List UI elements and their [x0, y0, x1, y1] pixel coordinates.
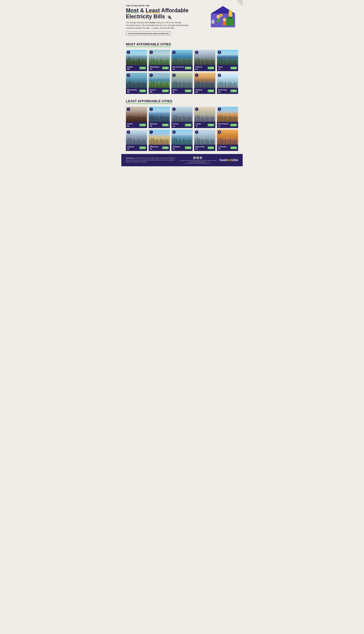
svg-rect-44 — [176, 59, 177, 65]
svg-rect-73 — [234, 59, 235, 65]
city-card-bottom: Fresno,CA 4.62% — [172, 122, 192, 128]
svg-rect-211 — [179, 139, 181, 145]
svg-rect-129 — [235, 83, 237, 88]
svg-rect-219 — [197, 138, 198, 145]
city-rank-badge: 2 — [150, 108, 153, 111]
svg-rect-229 — [218, 140, 219, 145]
svg-rect-72 — [232, 60, 233, 65]
svg-rect-39 — [164, 60, 165, 65]
footer-license: cc BY SA This image is licensed under th… — [179, 156, 216, 164]
city-rank-badge: 8 — [172, 130, 176, 134]
svg-rect-119 — [218, 82, 219, 88]
svg-rect-175 — [220, 115, 220, 122]
city-image: 8 — [172, 130, 192, 145]
cc-badge: cc BY SA — [193, 156, 202, 159]
svg-rect-18 — [127, 59, 128, 65]
svg-rect-164 — [197, 115, 198, 122]
svg-rect-174 — [218, 116, 219, 122]
svg-rect-187 — [130, 139, 132, 145]
svg-rect-47 — [181, 61, 182, 65]
city-card: 9 Portland,OR 1.66% — [194, 73, 215, 94]
city-card-bottom: Boston,MA 1.52% — [149, 88, 170, 94]
city-rank-badge: 3 — [172, 51, 176, 54]
svg-rect-116 — [209, 83, 210, 88]
svg-rect-71 — [230, 60, 232, 65]
city-image: 6 — [126, 130, 147, 145]
city-percentage: 3.70% — [185, 146, 192, 149]
most-affordable-grid: 1 Seattle,WA 1.24% 2 Washington,DC 1.27%… — [126, 50, 238, 94]
svg-rect-30 — [145, 60, 146, 65]
city-rank-badge: 5 — [218, 51, 221, 54]
svg-rect-151 — [167, 117, 168, 122]
svg-rect-122 — [223, 83, 224, 88]
svg-rect-60 — [207, 60, 209, 65]
svg-rect-97 — [172, 82, 174, 88]
svg-rect-232 — [223, 140, 224, 145]
svg-rect-165 — [198, 116, 200, 122]
city-name: Detroit,MI — [127, 123, 133, 127]
main-title: Most & Least Affordable Electricity Bill… — [126, 8, 205, 20]
svg-rect-80 — [136, 84, 137, 88]
svg-rect-35 — [156, 59, 158, 65]
city-card: 1 Detroit,MI 5.74% — [126, 107, 147, 128]
svg-rect-169 — [206, 116, 206, 122]
footer-section: Methodology: We analyzed U.S. Census dat… — [121, 154, 243, 166]
svg-rect-127 — [232, 83, 233, 88]
city-name: Laredo,TX — [195, 123, 202, 127]
city-card-bottom: Laredo,TX 4.26% — [194, 122, 215, 128]
city-card: 9 Bakersfield,CA 3.69% — [194, 130, 215, 151]
city-name: Milwaukee,WI — [150, 146, 159, 150]
svg-rect-34 — [155, 60, 156, 65]
svg-rect-13 — [223, 22, 226, 25]
least-affordable-grid: 1 Detroit,MI 5.74% 2 Memphis,TN 5.28% 3 — [126, 107, 238, 151]
svg-rect-181 — [230, 116, 232, 122]
svg-rect-26 — [138, 58, 140, 65]
svg-rect-75 — [127, 82, 128, 88]
svg-rect-115 — [207, 82, 209, 88]
plug-icon: 🔌 — [166, 14, 172, 19]
svg-rect-22 — [132, 60, 133, 65]
city-card: 10 Anchorage,AK 1.68% — [217, 73, 238, 94]
city-image: 3 — [172, 107, 192, 122]
svg-rect-185 — [127, 140, 128, 145]
svg-rect-52 — [190, 60, 191, 65]
svg-rect-86 — [150, 82, 151, 88]
svg-rect-93 — [162, 82, 163, 88]
svg-rect-90 — [156, 82, 158, 88]
svg-rect-135 — [136, 118, 137, 122]
svg-rect-33 — [153, 59, 154, 65]
svg-rect-109 — [197, 81, 198, 88]
title-affordable: Affordable — [160, 7, 188, 14]
svg-rect-235 — [228, 139, 229, 145]
svg-rect-81 — [137, 82, 138, 88]
svg-rect-233 — [225, 139, 226, 145]
svg-rect-177 — [223, 117, 224, 122]
svg-rect-140 — [144, 117, 146, 122]
svg-rect-194 — [143, 139, 144, 145]
svg-rect-152 — [172, 116, 174, 122]
brand-usa: USA — [232, 158, 238, 162]
city-card-bottom: New Orleans,LA 4.13% — [217, 122, 238, 128]
svg-rect-143 — [153, 116, 154, 122]
svg-rect-45 — [178, 60, 179, 65]
city-card-bottom: Bakersfield,CA 3.69% — [194, 145, 215, 151]
city-card-bottom: San Francisco,CA 1.30% — [172, 65, 192, 71]
svg-text:$: $ — [221, 14, 222, 16]
svg-rect-144 — [155, 117, 156, 122]
svg-rect-100 — [178, 83, 179, 88]
svg-rect-139 — [143, 116, 144, 122]
svg-rect-208 — [174, 138, 175, 145]
city-card-bottom: Cincinnati,OH 3.67% — [217, 145, 238, 151]
svg-rect-184 — [235, 117, 237, 122]
city-percentage: 1.24% — [140, 66, 146, 69]
city-image: 5 — [217, 50, 238, 65]
city-rank-badge: 7 — [150, 74, 153, 77]
svg-rect-88 — [153, 82, 154, 88]
svg-rect-25 — [136, 59, 138, 65]
city-image: 10 — [217, 130, 238, 145]
svg-rect-172 — [211, 116, 212, 122]
svg-rect-237 — [232, 140, 233, 145]
svg-rect-189 — [134, 139, 135, 145]
city-card: 4 Fremont,CA 1.35% — [194, 50, 215, 71]
svg-rect-236 — [230, 140, 232, 145]
